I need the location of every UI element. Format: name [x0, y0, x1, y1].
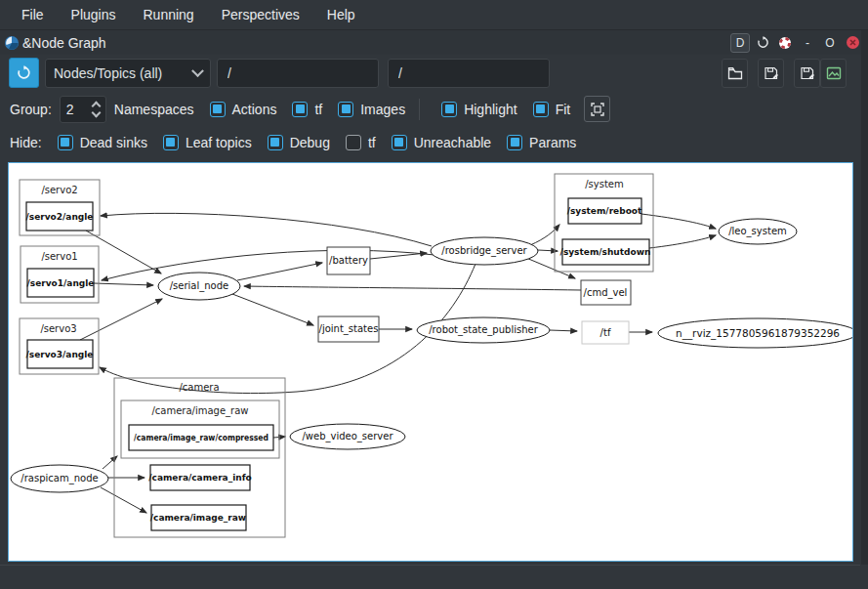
minimize-button[interactable]: -	[798, 33, 817, 53]
graph-type-value: Nodes/Topics (all)	[54, 65, 193, 81]
group-depth-spinner[interactable]: 2	[60, 96, 106, 123]
filter-ns-input[interactable]	[217, 59, 379, 88]
group-options-row: Group: 2 Namespaces Actions tf Images Hi…	[0, 93, 868, 125]
spinner-arrows-icon[interactable]	[93, 103, 100, 116]
topic-servo2-angle-label: /servo2/angle	[26, 212, 94, 222]
help-lifering-icon	[778, 36, 792, 50]
params-checkbox-box[interactable]	[507, 135, 522, 150]
help-button[interactable]	[775, 33, 795, 53]
node-leo-system-label: /leo_system	[728, 226, 787, 237]
topic-battery-label: /battery	[329, 255, 368, 266]
graph-type-combo[interactable]: Nodes/Topics (all)	[45, 59, 211, 88]
checkbox-actions[interactable]: Actions	[210, 102, 277, 117]
save-image-icon	[826, 65, 842, 81]
debug-checkbox-label: Debug	[290, 135, 330, 150]
edge-cmdvel-to-serial	[244, 286, 581, 290]
node-raspicam-node-label: /raspicam_node	[21, 473, 98, 484]
edge-rosbridge-to-servo1-angle	[102, 250, 434, 280]
leaf-topics-checkbox-label: Leaf topics	[186, 135, 252, 150]
edge-servo3-angle-to-serial	[80, 299, 162, 340]
topic-camera-info-label: /camera/camera_info	[148, 473, 251, 483]
topic-joint-states-label: /joint_states	[319, 323, 379, 335]
fit-checkbox-label: Fit	[556, 102, 571, 117]
node-rosbridge-server-label: /rosbridge_server	[441, 245, 527, 257]
load-dot-button[interactable]	[722, 59, 748, 88]
checkbox-group-tf[interactable]: tf	[292, 102, 322, 117]
reload-plugin-button[interactable]	[753, 33, 772, 53]
node-web-video-server-label: /web_video_server	[302, 431, 393, 442]
menu-running[interactable]: Running	[131, 3, 205, 26]
menu-help[interactable]: Help	[315, 3, 367, 26]
filter-topic-input[interactable]	[388, 59, 550, 88]
checkbox-highlight[interactable]: Highlight	[441, 102, 517, 117]
rqt-app-icon	[4, 35, 20, 51]
group-depth-value: 2	[66, 102, 93, 117]
save-image-button[interactable]	[820, 59, 847, 88]
edge-serial-to-joint-states	[232, 294, 313, 325]
edge-rsp-to-tf	[550, 330, 577, 331]
hide-tf-checkbox-label: tf	[368, 135, 376, 150]
dock-button[interactable]: D	[730, 33, 750, 53]
hide-label: Hide:	[10, 135, 42, 150]
menu-perspectives[interactable]: Perspectives	[210, 3, 311, 26]
checkbox-unreachable[interactable]: Unreachable	[392, 135, 491, 150]
edge-serial-to-battery	[237, 263, 322, 280]
cluster-system-label: /system	[585, 179, 624, 189]
highlight-checkbox-box[interactable]	[441, 102, 457, 117]
topic-system-shutdown-label: /system/shutdown	[560, 247, 651, 257]
checkbox-debug[interactable]: Debug	[268, 135, 330, 150]
topic-image-raw-label: /camera/image_raw	[150, 513, 246, 523]
highlight-checkbox-label: Highlight	[464, 102, 517, 117]
node-graph-canvas[interactable]: /servo2 /servo1 /servo3 /system /camera …	[9, 163, 852, 561]
save-svg-button[interactable]	[794, 59, 820, 88]
menu-file[interactable]: File	[10, 3, 56, 26]
images-checkbox-box[interactable]	[338, 102, 353, 117]
node-robot-state-publisher-label: /robot_state_publisher	[429, 324, 538, 336]
cluster-servo3-label: /servo3	[40, 323, 76, 334]
dead-sinks-checkbox-box[interactable]	[58, 135, 73, 150]
cluster-servo2-label: /servo2	[41, 185, 77, 195]
node-serial-node-label: /serial_node	[170, 280, 228, 292]
panel-bottom-frame	[0, 565, 860, 566]
edge-servo1-angle-to-serial	[94, 283, 153, 285]
topic-tf-label: /tf	[600, 327, 611, 338]
leaf-topics-checkbox-box[interactable]	[163, 135, 179, 150]
fit-checkbox-box[interactable]	[533, 102, 549, 117]
close-plugin-button[interactable]	[843, 33, 862, 53]
graph-toolbar: Nodes/Topics (all)	[0, 56, 868, 93]
refresh-icon	[17, 65, 31, 80]
topic-compressed-label: /camera/image_raw/compressed	[134, 433, 269, 442]
hide-tf-checkbox-box[interactable]	[346, 135, 361, 150]
debug-checkbox-box[interactable]	[268, 135, 283, 150]
open-folder-icon	[727, 65, 743, 81]
namespaces-label: Namespaces	[114, 102, 194, 117]
actions-checkbox-label: Actions	[232, 102, 277, 117]
checkbox-images[interactable]: Images	[338, 102, 405, 117]
toolbar-separator	[419, 99, 420, 120]
checkbox-hide-tf[interactable]: tf	[346, 135, 376, 150]
images-checkbox-label: Images	[360, 102, 405, 117]
save-dot-button[interactable]	[758, 59, 784, 88]
group-tf-checkbox-box[interactable]	[292, 102, 308, 117]
checkbox-params[interactable]: Params	[507, 135, 576, 150]
menu-plugins[interactable]: Plugins	[60, 3, 128, 26]
group-label: Group:	[10, 102, 52, 117]
checkbox-dead-sinks[interactable]: Dead sinks	[58, 135, 147, 150]
edge-shutdown-to-leo	[649, 235, 716, 248]
edge-raspicam-to-imageraw-cluster	[103, 456, 117, 469]
edge-servo2-angle-to-serial	[86, 231, 161, 273]
edge-raspicam-to-imageraw	[101, 487, 146, 513]
cluster-camera-image-raw-label: /camera/image_raw	[151, 405, 248, 417]
save-dot-icon	[764, 65, 779, 81]
checkbox-leaf-topics[interactable]: Leaf topics	[163, 135, 252, 150]
float-button[interactable]: O	[820, 33, 840, 53]
checkbox-fit[interactable]: Fit	[533, 102, 571, 117]
hide-options-row: Hide: Dead sinks Leaf topics Debug tf Un…	[0, 126, 868, 158]
refresh-graph-button[interactable]	[9, 58, 39, 88]
topic-servo1-angle-label: /servo1/angle	[27, 278, 95, 288]
reload-icon	[757, 36, 769, 49]
unreachable-checkbox-box[interactable]	[392, 135, 407, 150]
fit-in-view-button[interactable]	[584, 96, 610, 122]
right-scrollbar-track[interactable]	[861, 30, 868, 565]
actions-checkbox-box[interactable]	[210, 102, 226, 117]
